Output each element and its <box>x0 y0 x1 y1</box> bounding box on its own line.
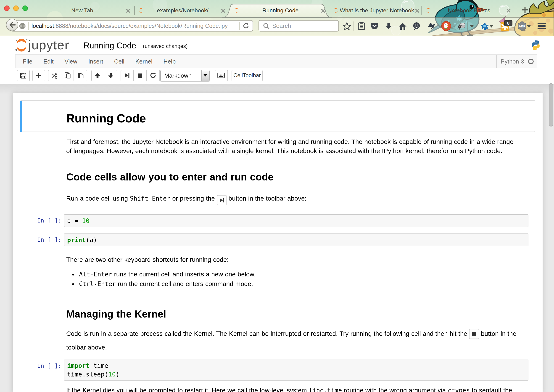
menu-button[interactable] <box>536 20 548 32</box>
cell-prompt <box>23 328 64 354</box>
text-run: Run a code cell using <box>66 195 130 202</box>
jupyter-wordmark[interactable]: jupyter <box>28 38 69 52</box>
menu-insert[interactable]: Insert <box>83 58 109 65</box>
cell-prompt <box>23 163 64 185</box>
tab-close-icon[interactable] <box>321 8 325 13</box>
back-button[interactable] <box>6 19 18 31</box>
move-up-icon <box>95 72 101 78</box>
copy-cell-button[interactable] <box>61 70 74 81</box>
menu-edit[interactable]: Edit <box>38 58 59 65</box>
input-prompt: In [ ]: <box>23 360 64 381</box>
inline-run-button-image <box>217 195 227 205</box>
menu-cell[interactable]: Cell <box>109 58 130 65</box>
firefox-window: New Tab examples/Notebook/ <box>0 0 554 392</box>
code-token-keyword: import <box>67 362 90 369</box>
dropdown-icon <box>203 74 207 77</box>
fly-extension-button[interactable] <box>455 20 467 32</box>
tab-separator <box>134 6 135 15</box>
url-text[interactable]: localhost:8888/notebooks/docs/source/exa… <box>32 23 236 29</box>
nav-separator <box>467 21 468 31</box>
tab-new-tab[interactable]: New Tab <box>39 4 133 17</box>
cell-type-select[interactable]: Markdown <box>160 70 209 81</box>
code-cell-print[interactable]: In [ ]: print(a) <box>20 231 535 249</box>
abp-dropdown-button[interactable] <box>526 20 532 32</box>
code-line: a = 10 <box>64 217 528 225</box>
shortcuts-paragraph: There are two other keyboard shortcuts f… <box>66 255 517 264</box>
markdown-cell-run-instructions[interactable]: Run a code cell using Shift-Enter or pre… <box>20 188 535 213</box>
tab-close-icon[interactable] <box>126 8 130 13</box>
markdown-cell-title[interactable]: Running Code <box>20 100 535 132</box>
turtle-dropdown-button[interactable] <box>488 20 495 32</box>
chat-icon <box>412 22 421 30</box>
menu-kernel[interactable]: Kernel <box>130 58 158 65</box>
save-button[interactable] <box>17 70 30 81</box>
url-bar[interactable]: localhost:8888/notebooks/docs/source/exa… <box>11 20 253 32</box>
tab-examples-notebook[interactable]: examples/Notebook/ <box>135 4 228 17</box>
tab-running-code-active[interactable]: Running Code <box>231 4 328 17</box>
scrollbar-thumb[interactable] <box>549 83 553 126</box>
minimize-window-button[interactable] <box>13 6 19 11</box>
menu-view[interactable]: View <box>59 58 83 65</box>
zoom-window-button[interactable] <box>22 6 28 11</box>
duckduckgo-button[interactable] <box>440 20 452 32</box>
tab-label: What is the Jupyter Notebook <box>340 7 414 14</box>
tab-close-icon[interactable] <box>415 8 419 13</box>
tab-notebook-basics[interactable]: Notebook Basics <box>422 4 514 17</box>
run-cell-button[interactable] <box>121 70 134 81</box>
text-run: or pressing the <box>170 195 217 202</box>
tab-close-icon[interactable] <box>506 8 511 13</box>
code-token: (a) <box>86 236 97 244</box>
tab-label: Notebook Basics <box>433 7 506 14</box>
code-input-area[interactable]: print(a) <box>64 234 528 246</box>
menu-file[interactable]: File <box>15 58 38 65</box>
share-button[interactable] <box>425 20 437 32</box>
downloads-button[interactable] <box>383 20 395 32</box>
markdown-cell-h2-kernel[interactable]: Managing the Kernel <box>20 294 535 325</box>
search-input[interactable] <box>272 22 327 29</box>
code-cell-a10[interactable]: In [ ]: a = 10 <box>20 212 535 230</box>
cut-cell-button[interactable] <box>48 70 61 81</box>
copy-icon <box>64 72 70 79</box>
url-host: localhost <box>32 23 54 29</box>
chat-button[interactable] <box>411 20 422 32</box>
pocket-button[interactable] <box>369 20 381 32</box>
fly-icon <box>457 22 466 30</box>
search-box[interactable] <box>258 20 339 32</box>
jupyter-favicon <box>425 7 432 14</box>
move-cell-down-button[interactable] <box>104 70 117 81</box>
markdown-cell-kernel-info[interactable]: Code is run in a separate process called… <box>20 325 535 357</box>
jupyter-logo-icon[interactable] <box>15 38 28 52</box>
fly-dropdown-button[interactable] <box>469 20 475 32</box>
bookmarks-menu-button[interactable] <box>355 20 367 32</box>
code-token-operator: = <box>71 217 82 224</box>
jupyter-favicon <box>138 7 144 14</box>
reload-button[interactable] <box>242 22 249 29</box>
code-input-area[interactable]: a = 10 <box>64 215 528 227</box>
restart-kernel-button[interactable] <box>147 70 160 81</box>
inline-code-ctrl-enter: Ctrl-Enter <box>79 281 116 288</box>
close-window-button[interactable] <box>4 6 10 11</box>
code-input-area[interactable]: import time time.sleep(10) <box>64 360 528 381</box>
markdown-cell-intro[interactable]: First and foremost, the Jupyter Notebook… <box>20 132 535 160</box>
move-cell-up-button[interactable] <box>91 70 104 81</box>
bookmark-star-button[interactable] <box>341 20 353 32</box>
code-line: time.sleep(10) <box>64 370 528 378</box>
pocket-icon <box>370 22 379 30</box>
markdown-cell-segfault[interactable]: If the Kernel dies you will be prompted … <box>20 384 535 392</box>
paste-icon <box>77 72 83 79</box>
insert-cell-button[interactable] <box>32 70 45 81</box>
notebook-site: Running Code First and foremost, the Jup… <box>0 84 554 392</box>
celltoolbar-button[interactable]: CellToolbar <box>232 70 263 81</box>
code-cell-sleep[interactable]: In [ ]: import time time.sleep(10) <box>20 357 535 384</box>
interrupt-kernel-button[interactable] <box>134 70 147 81</box>
menu-help[interactable]: Help <box>158 58 181 65</box>
markdown-cell-h2-code-cells[interactable]: Code cells allow you to enter and run co… <box>20 160 535 188</box>
home-button[interactable] <box>396 20 408 32</box>
notebook-title[interactable]: Running Code <box>83 41 136 51</box>
home-icon <box>398 22 407 30</box>
command-palette-button[interactable] <box>215 70 228 81</box>
new-tab-button[interactable] <box>521 6 529 14</box>
paste-cell-button[interactable] <box>74 70 87 81</box>
markdown-cell-shortcuts[interactable]: There are two other keyboard shortcuts f… <box>20 249 535 294</box>
tab-what-is-jupyter[interactable]: What is the Jupyter Notebook <box>330 4 420 17</box>
